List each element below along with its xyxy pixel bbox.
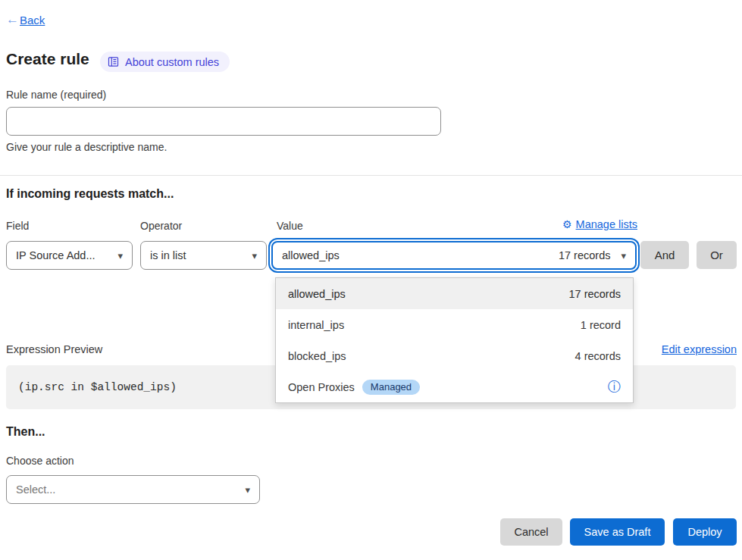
- match-section-heading: If incoming requests match...: [6, 187, 174, 201]
- list-item-count: 17 records: [568, 288, 621, 300]
- list-item-count: 4 records: [575, 350, 621, 362]
- action-select-placeholder: Select...: [16, 483, 55, 496]
- deploy-button[interactable]: Deploy: [673, 518, 737, 546]
- value-combobox[interactable]: allowed_ips 17 records ▾: [271, 241, 637, 270]
- chevron-down-icon: ▾: [252, 251, 257, 261]
- chevron-down-icon: ▾: [117, 251, 123, 261]
- list-item-name: Open Proxies: [288, 381, 355, 393]
- managed-badge: Managed: [362, 380, 420, 395]
- edit-expression-link[interactable]: Edit expression: [662, 343, 737, 355]
- list-item-name: internal_ips: [288, 319, 344, 331]
- page-title: Create rule: [6, 50, 89, 68]
- section-divider: [0, 175, 742, 176]
- back-arrow-icon: ←: [6, 12, 19, 27]
- field-label: Field: [6, 220, 29, 232]
- list-dropdown-panel: allowed_ips 17 records internal_ips 1 re…: [275, 277, 634, 403]
- list-item-internal-ips[interactable]: internal_ips 1 record: [276, 309, 633, 340]
- operator-select[interactable]: is in list ▾: [140, 241, 267, 270]
- manage-lists-link[interactable]: ⚙ Manage lists: [562, 218, 637, 230]
- info-icon[interactable]: ⓘ: [608, 380, 621, 393]
- back-link[interactable]: ← Back: [6, 12, 45, 27]
- list-item-name: blocked_ips: [288, 350, 346, 362]
- about-custom-rules-link[interactable]: About custom rules: [100, 52, 230, 72]
- value-label: Value: [277, 220, 303, 232]
- create-rule-page: ← Back Create rule About custom rules Ru…: [0, 0, 742, 560]
- rule-name-helper: Give your rule a descriptive name.: [6, 141, 167, 153]
- or-button[interactable]: Or: [697, 241, 737, 269]
- operator-select-value: is in list: [150, 249, 186, 261]
- rule-name-label: Rule name (required): [6, 89, 106, 101]
- rule-name-input[interactable]: [6, 107, 441, 136]
- about-custom-rules-label: About custom rules: [125, 56, 219, 68]
- list-item-name: allowed_ips: [288, 288, 346, 300]
- field-select-value: IP Source Add...: [16, 249, 95, 261]
- list-item-allowed-ips[interactable]: allowed_ips 17 records: [276, 278, 633, 309]
- list-item-blocked-ips[interactable]: blocked_ips 4 records: [276, 340, 633, 371]
- value-combobox-name: allowed_ips: [282, 249, 340, 261]
- chevron-down-icon: ▾: [621, 251, 626, 261]
- expression-preview-label: Expression Preview: [6, 343, 102, 355]
- list-item-open-proxies[interactable]: Open Proxies Managed ⓘ: [276, 371, 633, 402]
- then-section-heading: Then...: [6, 425, 45, 439]
- and-button[interactable]: And: [640, 241, 689, 269]
- manage-lists-label: Manage lists: [576, 218, 637, 230]
- operator-label: Operator: [140, 220, 182, 232]
- list-item-count: 1 record: [581, 319, 621, 331]
- expression-code: (ip.src in $allowed_ips): [18, 381, 177, 393]
- field-select[interactable]: IP Source Add... ▾: [6, 241, 133, 270]
- choose-action-label: Choose action: [6, 455, 74, 467]
- gear-icon: ⚙: [562, 218, 572, 230]
- action-select[interactable]: Select... ▾: [6, 475, 260, 504]
- value-combobox-count: 17 records: [559, 249, 611, 261]
- back-link-label: Back: [20, 14, 45, 27]
- chevron-down-icon: ▾: [245, 485, 250, 495]
- save-as-draft-button[interactable]: Save as Draft: [570, 518, 665, 546]
- cancel-button[interactable]: Cancel: [500, 518, 562, 546]
- book-icon: [108, 56, 119, 67]
